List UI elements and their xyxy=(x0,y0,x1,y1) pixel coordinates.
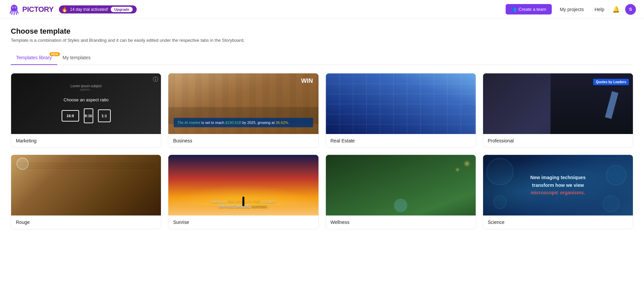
page-content: Choose template Template is a combinatio… xyxy=(0,19,644,237)
template-card-rouge[interactable]: Tolstoy, a famous Russian writer,wrote h… xyxy=(11,155,161,229)
svg-point-0 xyxy=(11,5,18,11)
tabs-bar: Templates library NEW My templates xyxy=(11,51,633,65)
marketing-label: Marketing xyxy=(11,134,161,147)
realestate-label: Real Estate xyxy=(326,134,476,147)
avatar[interactable]: S xyxy=(625,4,636,15)
template-thumb-wellness: 10 HABITS FOR A FIT MIND,BODY & SOUL xyxy=(326,155,476,215)
help-link[interactable]: Help xyxy=(592,7,607,12)
template-card-marketing[interactable]: ⓘ Lorem ipsum subject optimis... Choose … xyxy=(11,73,161,148)
professional-label: Professional xyxy=(483,134,633,147)
svg-point-4 xyxy=(15,7,16,7)
logo[interactable]: PICTORY xyxy=(8,3,54,15)
business-text-overlay: The AI market is set to reach $190.61B b… xyxy=(174,118,313,127)
template-card-sunrise[interactable]: Here are five places to visit to catchth… xyxy=(168,155,318,229)
rouge-label: Rouge xyxy=(11,215,161,229)
template-thumb-business: WIN The AI market is set to reach $190.6… xyxy=(168,73,318,134)
sunrise-label: Sunrise xyxy=(168,215,318,229)
logo-icon xyxy=(8,3,20,15)
page-title: Choose template xyxy=(11,27,633,36)
my-templates-label: My templates xyxy=(63,55,91,60)
ratio-916[interactable]: 9:16 xyxy=(84,108,93,123)
template-card-science[interactable]: New imaging techniquestransform how we v… xyxy=(483,155,633,229)
logo-text: PICTORY xyxy=(22,5,54,14)
ratio-11[interactable]: 1:1 xyxy=(98,109,111,122)
template-card-wellness[interactable]: 10 HABITS FOR A FIT MIND,BODY & SOUL Wel… xyxy=(326,155,476,229)
my-projects-link[interactable]: My projects xyxy=(557,7,587,12)
templates-library-label: Templates library xyxy=(16,55,52,60)
science-label: Science xyxy=(483,215,633,229)
template-card-professional[interactable]: Quotes by Leaders Professional xyxy=(483,73,633,148)
upgrade-button[interactable]: Upgrade xyxy=(111,7,133,12)
template-thumb-sunrise: Here are five places to visit to catchth… xyxy=(168,155,318,215)
fire-icon: 🔥 xyxy=(62,7,67,12)
app-header: PICTORY 🔥 14 day trial activated! Upgrad… xyxy=(0,0,644,19)
wellness-label: Wellness xyxy=(326,215,476,229)
ratio-169[interactable]: 16:9 xyxy=(62,110,79,122)
template-card-business[interactable]: WIN The AI market is set to reach $190.6… xyxy=(168,73,318,148)
people-icon: 👥 xyxy=(511,7,516,12)
svg-point-3 xyxy=(12,7,13,7)
notifications-button[interactable]: 🔔 xyxy=(612,6,620,13)
win-label: WIN xyxy=(301,77,313,85)
marketing-choose-text: Choose an aspect ratio xyxy=(64,97,109,102)
business-label: Business xyxy=(168,134,318,147)
aspect-ratios: 16:9 9:16 1:1 xyxy=(62,108,111,123)
templates-grid: ⓘ Lorem ipsum subject optimis... Choose … xyxy=(11,73,633,229)
template-thumb-marketing: ⓘ Lorem ipsum subject optimis... Choose … xyxy=(11,73,161,134)
info-icon: ⓘ xyxy=(153,76,158,83)
quotes-by-leaders-badge: Quotes by Leaders xyxy=(593,79,629,85)
create-team-button[interactable]: 👥 Create a team xyxy=(506,4,551,14)
trial-badge: 🔥 14 day trial activated! Upgrade xyxy=(59,5,137,13)
trial-text: 14 day trial activated! xyxy=(70,7,108,12)
template-thumb-science: New imaging techniquestransform how we v… xyxy=(483,155,633,215)
template-thumb-rouge: Tolstoy, a famous Russian writer,wrote h… xyxy=(11,155,161,215)
tab-my-templates[interactable]: My templates xyxy=(57,51,96,65)
create-team-label: Create a team xyxy=(518,7,546,12)
bell-icon: 🔔 xyxy=(612,6,620,13)
tab-templates-library[interactable]: Templates library NEW xyxy=(11,51,57,65)
template-card-realestate[interactable]: Here are seven investmenttips to help yo… xyxy=(326,73,476,148)
template-thumb-realestate: Here are seven investmenttips to help yo… xyxy=(326,73,476,134)
template-thumb-professional: Quotes by Leaders xyxy=(483,73,633,134)
page-subtitle: Template is a combination of Styles and … xyxy=(11,38,633,43)
